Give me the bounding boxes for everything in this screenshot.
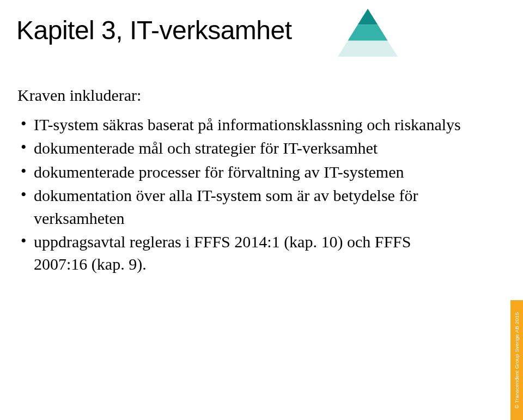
- content-block: Kraven inkluderar: IT-system säkras base…: [17, 86, 464, 277]
- subheading: Kraven inkluderar:: [17, 86, 464, 105]
- list-item: uppdragsavtal regleras i FFFS 2014:1 (ka…: [17, 230, 464, 276]
- side-tab: © Transcendent Group Sverige AB 2015: [510, 300, 523, 420]
- list-item: dokumenterade processer för förvaltning …: [17, 161, 464, 183]
- list-item: dokumentation över alla IT-system som är…: [17, 184, 464, 229]
- slide-page: Kapitel 3, IT-verksamhet Kraven inkluder…: [0, 0, 523, 420]
- page-title: Kapitel 3, IT-verksamhet: [16, 15, 292, 45]
- bullet-list: IT-system säkras baserat på informations…: [17, 113, 464, 276]
- pyramid-bottom: [338, 41, 398, 57]
- pyramid-icon: [338, 9, 398, 57]
- pyramid-top: [358, 9, 378, 25]
- copyright-label: © Transcendent Group Sverige AB 2015: [514, 312, 520, 409]
- pyramid-middle: [348, 25, 387, 40]
- list-item: dokumenterade mål och strategier för IT-…: [17, 137, 464, 159]
- list-item: IT-system säkras baserat på informations…: [17, 113, 464, 136]
